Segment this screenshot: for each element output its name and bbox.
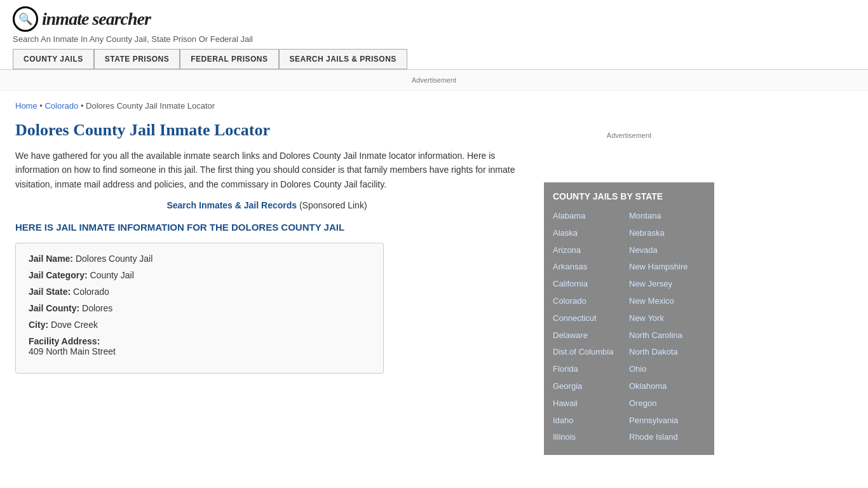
jail-county-value: Dolores (82, 303, 112, 313)
breadcrumb-colorado[interactable]: Colorado (44, 101, 78, 111)
jail-city-value: Dove Creek (51, 320, 98, 330)
state-link[interactable]: Nevada (629, 242, 705, 259)
jail-category-label: Jail Category: (29, 270, 88, 280)
state-link[interactable]: Dist.of Columbia (553, 344, 629, 361)
state-link[interactable]: New Mexico (629, 293, 705, 310)
breadcrumb: Home • Colorado • Dolores County Jail In… (15, 101, 519, 111)
state-link[interactable]: Colorado (553, 293, 629, 310)
page-title: Dolores County Jail Inmate Locator (15, 121, 519, 140)
state-link[interactable]: Montana (629, 208, 705, 225)
jail-name-label: Jail Name: (29, 254, 73, 264)
jail-info-box: Jail Name: Dolores County Jail Jail Cate… (15, 243, 384, 374)
jail-name-value: Dolores County Jail (76, 254, 153, 264)
state-box-title: COUNTY JAILS BY STATE (553, 191, 705, 201)
breadcrumb-home[interactable]: Home (15, 101, 37, 111)
state-link[interactable]: North Dakota (629, 344, 705, 361)
jail-state-row: Jail State: Colorado (29, 287, 370, 297)
jail-state-label: Jail State: (29, 287, 71, 297)
state-link[interactable]: California (553, 276, 629, 293)
jail-name-row: Jail Name: Dolores County Jail (29, 254, 370, 264)
state-link[interactable]: New Hampshire (629, 259, 705, 276)
state-col-left: AlabamaAlaskaArizonaArkansasCaliforniaCo… (553, 208, 629, 446)
state-link[interactable]: New York (629, 310, 705, 327)
jail-city-label: City: (29, 320, 48, 330)
main-nav: COUNTY JAILS STATE PRISONS FEDERAL PRISO… (13, 49, 855, 69)
page-description: We have gathered for you all the availab… (15, 149, 519, 191)
state-link[interactable]: Ohio (629, 361, 705, 378)
info-heading: HERE IS JAIL INMATE INFORMATION FOR THE … (15, 222, 519, 233)
site-logo: inmate searcher (42, 9, 151, 29)
state-link[interactable]: Illinois (553, 429, 629, 446)
jail-address-value: 409 North Main Street (29, 346, 370, 356)
jail-city-row: City: Dove Creek (29, 320, 370, 330)
jail-category-row: Jail Category: County Jail (29, 270, 370, 280)
jail-state-value: Colorado (73, 287, 109, 297)
state-link[interactable]: Nebraska (629, 225, 705, 242)
jail-county-row: Jail County: Dolores (29, 303, 370, 313)
state-link[interactable]: Oregon (629, 395, 705, 412)
sponsored-label: (Sponsored Link) (299, 200, 367, 210)
breadcrumb-current: Dolores County Jail Inmate Locator (86, 101, 215, 111)
sidebar: Advertisement COUNTY JAILS BY STATE Alab… (534, 91, 724, 461)
nav-county-jails[interactable]: COUNTY JAILS (13, 49, 94, 69)
jail-address-row: Facility Address: 409 North Main Street (29, 336, 370, 356)
state-link[interactable]: New Jersey (629, 276, 705, 293)
state-link[interactable]: Rhode Island (629, 429, 705, 446)
site-tagline: Search An Inmate In Any County Jail, Sta… (13, 34, 855, 44)
state-link[interactable]: Alabama (553, 208, 629, 225)
nav-search-jails[interactable]: SEARCH JAILS & PRISONS (279, 49, 407, 69)
jail-county-label: Jail County: (29, 303, 79, 313)
state-link[interactable]: Arkansas (553, 259, 629, 276)
nav-federal-prisons[interactable]: FEDERAL PRISONS (180, 49, 278, 69)
jail-address-label: Facility Address: (29, 336, 370, 346)
sponsored-link-area: Search Inmates & Jail Records (Sponsored… (15, 200, 519, 210)
state-col-right: MontanaNebraskaNevadaNew HampshireNew Je… (629, 208, 705, 446)
logo-icon: 🔍 (13, 6, 38, 32)
sidebar-advertisement: Advertisement (544, 97, 714, 173)
state-link[interactable]: Arizona (553, 242, 629, 259)
state-link[interactable]: Idaho (553, 412, 629, 430)
state-link[interactable]: Georgia (553, 378, 629, 395)
state-link[interactable]: Connecticut (553, 310, 629, 327)
state-link[interactable]: Pennsylvania (629, 412, 705, 430)
sponsored-link[interactable]: Search Inmates & Jail Records (166, 200, 297, 210)
state-link[interactable]: Florida (553, 361, 629, 378)
state-link[interactable]: Alaska (553, 225, 629, 242)
advertisement-bar: Advertisement (0, 70, 868, 91)
state-link[interactable]: Hawaii (553, 395, 629, 412)
state-box: COUNTY JAILS BY STATE AlabamaAlaskaArizo… (544, 182, 714, 455)
state-link[interactable]: Delaware (553, 327, 629, 344)
nav-state-prisons[interactable]: STATE PRISONS (94, 49, 180, 69)
state-link[interactable]: Oklahoma (629, 378, 705, 395)
state-link[interactable]: North Carolina (629, 327, 705, 344)
jail-category-value: County Jail (90, 270, 133, 280)
